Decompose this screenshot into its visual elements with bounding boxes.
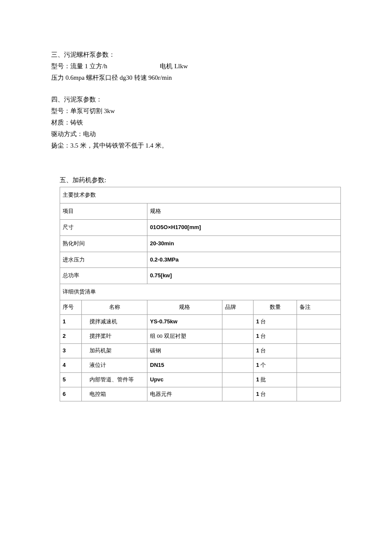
lift-line: 扬尘：3.5 米，其中铸铁管不低于 1.4 米。: [51, 140, 341, 151]
section-4-title: 四、污泥泵参数：: [51, 94, 341, 105]
material-line: 材质：铸铁: [51, 117, 341, 128]
supply-col-qty: 数量: [253, 300, 297, 315]
cell-qty: 1 台: [253, 343, 297, 358]
cell-spec: 组 00 双层衬塑: [147, 329, 222, 344]
section-sludge-pump: 四、污泥泵参数： 型号：单泵可切割 3kw 材质：铸铁 驱动方式：电动 扬尘：3…: [51, 94, 341, 151]
cell-seq: 4: [60, 358, 82, 372]
cell-qty: 1 台: [253, 387, 297, 401]
cell-seq: 6: [60, 387, 82, 401]
cell-qty: 1 台: [253, 315, 297, 329]
cell-qty: 1 台: [253, 329, 297, 344]
table-row: 5 内部管道、管件等 Upvc 1 批: [60, 372, 341, 387]
model-line: 型号：流量 1 立方/h 电机 Llkw: [51, 61, 341, 72]
param-item: 总功率: [60, 268, 147, 284]
pressure-line: 压力 0.6mpa 螺杆泵口径 dg30 转速 960r/min: [51, 72, 341, 84]
cell-name: 电控箱: [82, 387, 147, 401]
cell-note: [297, 315, 341, 329]
cell-name: 加药机架: [82, 343, 147, 358]
table-row: 6 电控箱 电器元件 1 台: [60, 387, 341, 401]
table-row: 2 搅拌桨叶 组 00 双层衬塑 1 台: [60, 329, 341, 344]
cell-note: [297, 343, 341, 358]
col-item-header: 项目: [60, 203, 147, 219]
param-item: 熟化时间: [60, 235, 147, 252]
supply-col-name: 名称: [82, 300, 147, 315]
param-spec: 0.75[kw]: [147, 268, 341, 284]
cell-name: 内部管道、管件等: [82, 372, 147, 387]
cell-brand: [222, 358, 253, 372]
cell-name: 液位计: [82, 358, 147, 372]
supply-col-note: 备注: [297, 300, 341, 315]
cell-spec: DN15: [147, 358, 222, 372]
cell-spec: 碳钢: [147, 343, 222, 358]
cell-brand: [222, 343, 253, 358]
table-row: 1 搅拌减速机 YS-0.75kw 1 台: [60, 315, 341, 329]
supply-col-brand: 品牌: [222, 300, 253, 315]
cell-seq: 3: [60, 343, 82, 358]
param-item: 尺寸: [60, 219, 147, 235]
cell-note: [297, 358, 341, 372]
cell-qty: 1 批: [253, 372, 297, 387]
model-line: 型号：单泵可切割 3kw: [51, 105, 341, 117]
cell-brand: [222, 329, 253, 344]
cell-spec: YS-0.75kw: [147, 315, 222, 329]
supply-col-seq: 序号: [60, 300, 82, 315]
cell-spec: Upvc: [147, 372, 222, 387]
cell-seq: 1: [60, 315, 82, 329]
cell-note: [297, 372, 341, 387]
section-5-title: 五、加药机参数:: [60, 174, 341, 186]
cell-brand: [222, 372, 253, 387]
section-3-title: 三、污泥螺杆泵参数：: [51, 49, 341, 61]
motor-text: 电机 Llkw: [160, 61, 187, 72]
table-row: 4 液位计 DN15 1 个: [60, 358, 341, 372]
cell-name: 搅拌桨叶: [82, 329, 147, 344]
supply-header: 详细供货清单: [60, 284, 341, 300]
cell-brand: [222, 387, 253, 401]
param-item: 进水压力: [60, 252, 147, 268]
col-spec-header: 规格: [147, 203, 341, 219]
cell-note: [297, 329, 341, 344]
cell-seq: 2: [60, 329, 82, 344]
supply-col-spec: 规格: [147, 300, 222, 315]
param-spec: 20-30min: [147, 235, 341, 252]
drive-line: 驱动方式：电动: [51, 128, 341, 140]
table-row: 3 加药机架 碳钢 1 台: [60, 343, 341, 358]
param-spec: 0.2-0.3MPa: [147, 252, 341, 268]
model-text: 型号：流量 1 立方/h: [51, 63, 107, 70]
dosing-machine-table: 主要技术参数 项目 规格 尺寸 01O5O×H1700[mm] 熟化时间 20-…: [60, 187, 341, 401]
cell-seq: 5: [60, 372, 82, 387]
section-screw-pump: 三、污泥螺杆泵参数： 型号：流量 1 立方/h 电机 Llkw 压力 0.6mp…: [51, 49, 341, 84]
cell-name: 搅拌减速机: [82, 315, 147, 329]
cell-qty: 1 个: [253, 358, 297, 372]
cell-brand: [222, 315, 253, 329]
main-params-header: 主要技术参数: [60, 187, 341, 203]
param-spec: 01O5O×H1700[mm]: [147, 219, 341, 235]
cell-spec: 电器元件: [147, 387, 222, 401]
cell-note: [297, 387, 341, 401]
